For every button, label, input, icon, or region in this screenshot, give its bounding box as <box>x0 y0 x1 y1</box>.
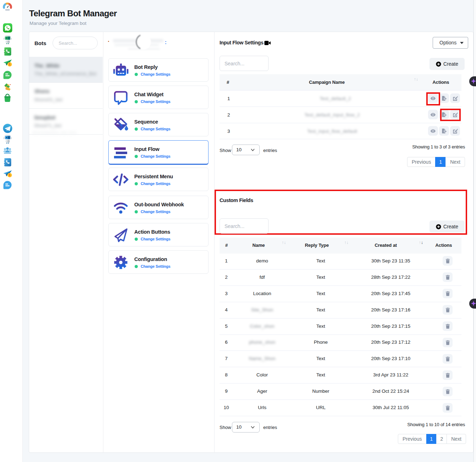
svg-text:1: 1 <box>9 62 11 66</box>
svg-text:1: 1 <box>9 173 11 177</box>
